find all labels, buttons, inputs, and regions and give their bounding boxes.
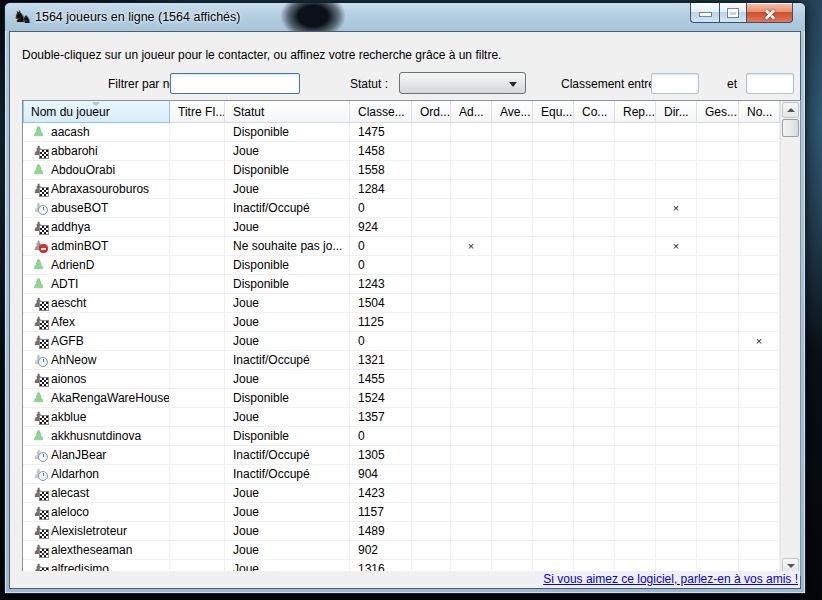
minimize-button[interactable] xyxy=(690,3,719,23)
player-name: addhya xyxy=(51,220,90,234)
empty-cell xyxy=(697,256,739,275)
empty-cell xyxy=(492,275,533,294)
player-row[interactable]: ♟alextheseamanJoue902 xyxy=(23,541,780,560)
column-header[interactable]: Equ... xyxy=(533,101,574,123)
player-row[interactable]: ♟ADTIDisponible1243 xyxy=(23,275,780,294)
status-cell: Disponible xyxy=(225,427,350,446)
playing-pawn-icon: ♟ xyxy=(31,218,46,235)
empty-cell xyxy=(533,408,574,427)
empty-cell xyxy=(615,256,656,275)
maximize-icon xyxy=(728,9,738,17)
minimize-icon xyxy=(700,13,711,16)
status-dropdown[interactable] xyxy=(399,72,526,94)
player-row[interactable]: ♟AhNeowInactif/Occupé1321 xyxy=(23,351,780,370)
player-row[interactable]: ♟AlexisletroteurJoue1489 xyxy=(23,522,780,541)
player-name-cell: ♟Aldarhon xyxy=(23,465,170,484)
column-header[interactable]: No... xyxy=(739,101,780,123)
column-header[interactable]: Dir... xyxy=(656,101,697,123)
fide-title-cell xyxy=(170,522,225,541)
empty-cell xyxy=(615,446,656,465)
column-header[interactable]: Ad... xyxy=(451,101,492,123)
player-row[interactable]: ♟AdrienDDisponible0 xyxy=(23,256,780,275)
empty-cell xyxy=(492,408,533,427)
empty-cell xyxy=(412,522,451,541)
filter-name-input[interactable] xyxy=(170,73,300,94)
inactive-pawn-icon: ♟ xyxy=(31,446,46,463)
player-row[interactable]: ♟alelocoJoue1157 xyxy=(23,503,780,522)
empty-cell xyxy=(451,294,492,313)
empty-cell xyxy=(574,142,615,161)
empty-cell xyxy=(615,237,656,256)
player-row[interactable]: ♟AGFBJoue0× xyxy=(23,332,780,351)
close-button[interactable] xyxy=(747,3,793,23)
player-row[interactable]: ♟aacashDisponible1475 xyxy=(23,123,780,142)
column-header[interactable]: Statut xyxy=(225,101,350,123)
playing-pawn-icon: ♟ xyxy=(31,332,46,349)
rating-cell: 1305 xyxy=(350,446,412,465)
empty-cell xyxy=(739,218,780,237)
empty-cell xyxy=(656,123,697,142)
player-row[interactable]: ♟adminBOTNe souhaite pas jo...0×× xyxy=(23,237,780,256)
triangle-down-icon xyxy=(787,564,795,568)
playing-pawn-icon: ♟ xyxy=(31,484,46,501)
player-row[interactable]: ♟AkaRengaWareHouseDisponible1524 xyxy=(23,389,780,408)
empty-cell xyxy=(533,142,574,161)
empty-cell xyxy=(533,389,574,408)
column-header[interactable]: Rep... xyxy=(615,101,656,123)
column-header[interactable]: Nom du joueur xyxy=(23,101,170,123)
player-row[interactable]: ♟AldarhonInactif/Occupé904 xyxy=(23,465,780,484)
player-row[interactable]: ♟aeschtJoue1504 xyxy=(23,294,780,313)
empty-cell xyxy=(451,446,492,465)
empty-cell xyxy=(697,180,739,199)
player-row[interactable]: ♟abuseBOTInactif/Occupé0× xyxy=(23,199,780,218)
column-header[interactable]: Ave... xyxy=(492,101,533,123)
status-cell: Disponible xyxy=(225,256,350,275)
empty-cell xyxy=(656,275,697,294)
chess-knights-icon: ♞♞ xyxy=(13,8,33,26)
rating-cell: 1125 xyxy=(350,313,412,332)
maximize-button[interactable] xyxy=(719,3,747,23)
column-header[interactable]: Ges... xyxy=(697,101,739,123)
empty-cell xyxy=(574,161,615,180)
empty-cell xyxy=(656,389,697,408)
scroll-up-button[interactable] xyxy=(782,102,799,118)
vertical-scrollbar[interactable] xyxy=(780,101,800,575)
playing-pawn-icon: ♟ xyxy=(31,370,46,387)
scroll-thumb[interactable] xyxy=(782,119,799,137)
empty-cell xyxy=(739,161,780,180)
column-header[interactable]: Titre FI... xyxy=(170,101,225,123)
share-link[interactable]: Si vous aimez ce logiciel, parlez-en à v… xyxy=(543,572,798,586)
empty-cell xyxy=(739,256,780,275)
column-header[interactable]: Ord... xyxy=(412,101,451,123)
player-row[interactable]: ♟akkhusnutdinovaDisponible0 xyxy=(23,427,780,446)
empty-cell xyxy=(451,123,492,142)
player-row[interactable]: ♟AlanJBearInactif/Occupé1305 xyxy=(23,446,780,465)
empty-cell xyxy=(656,427,697,446)
rating-max-input[interactable] xyxy=(746,73,794,94)
status-cell: Inactif/Occupé xyxy=(225,465,350,484)
fide-title-cell xyxy=(170,275,225,294)
player-row[interactable]: ♟abbarohiJoue1458 xyxy=(23,142,780,161)
player-row[interactable]: ♟AbdouOrabiDisponible1558 xyxy=(23,161,780,180)
column-header[interactable]: Classe... xyxy=(350,101,412,123)
empty-cell xyxy=(697,484,739,503)
player-row[interactable]: ♟AbraxasouroburosJoue1284 xyxy=(23,180,780,199)
empty-cell xyxy=(492,218,533,237)
titlebar[interactable]: ♞♞ 1564 joueurs en ligne (1564 affichés) xyxy=(5,3,805,31)
player-name-cell: ♟abbarohi xyxy=(23,142,170,161)
empty-cell xyxy=(492,503,533,522)
available-pawn-icon: ♟ xyxy=(31,389,46,406)
player-row[interactable]: ♟akblueJoue1357 xyxy=(23,408,780,427)
rating-cell: 1321 xyxy=(350,351,412,370)
empty-cell xyxy=(412,123,451,142)
rating-min-input[interactable] xyxy=(651,73,699,94)
player-row[interactable]: ♟alecastJoue1423 xyxy=(23,484,780,503)
column-header-label: Titre FI... xyxy=(178,105,225,119)
player-row[interactable]: ♟AfexJoue1125 xyxy=(23,313,780,332)
player-row[interactable]: ♟aionosJoue1455 xyxy=(23,370,780,389)
triangle-up-icon xyxy=(787,108,795,112)
player-row[interactable]: ♟addhyaJoue924 xyxy=(23,218,780,237)
empty-cell xyxy=(615,275,656,294)
column-header[interactable]: Co... xyxy=(574,101,615,123)
player-name-cell: ♟AhNeow xyxy=(23,351,170,370)
